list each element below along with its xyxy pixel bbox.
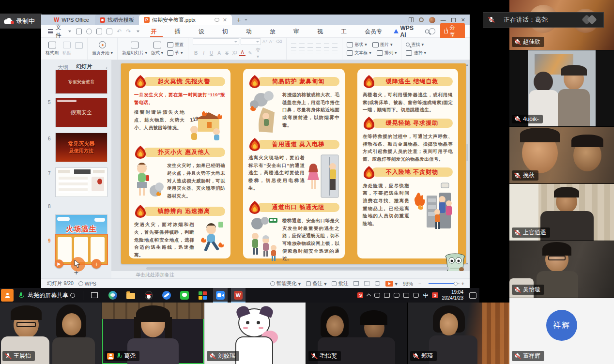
meeting-client-taskbar-icon[interactable] — [213, 288, 228, 303]
scroll-up-icon[interactable]: ▲ — [465, 63, 469, 66]
tray-display-icon[interactable] — [384, 293, 390, 298]
indent-icon[interactable] — [316, 44, 321, 48]
reset-button[interactable]: 重置 — [167, 42, 184, 48]
video-tile[interactable]: 王晨怡 — [0, 303, 102, 364]
redo-icon[interactable]: ↷ — [126, 28, 131, 35]
zoom-out-button[interactable]: − — [418, 281, 421, 287]
slideshow-button[interactable]: ▾ — [385, 281, 397, 287]
qq-taskbar-icon[interactable] — [141, 288, 156, 303]
tray-expand-icon[interactable] — [367, 294, 371, 299]
wechat-taskbar-icon[interactable] — [177, 288, 192, 303]
tab-docer-templates[interactable]: 找稻壳模板 — [95, 15, 139, 25]
layout-grid-icon[interactable] — [409, 17, 414, 22]
vertical-scrollbar[interactable]: ▲ ▼ — [465, 63, 469, 265]
distribute-icon[interactable] — [324, 50, 329, 54]
zoom-level[interactable]: 93% — [403, 281, 413, 287]
file-explorer-taskbar-icon[interactable] — [123, 288, 138, 303]
meeting-app-taskbar-icon[interactable] — [1, 289, 14, 302]
color-grid-taskbar-icon[interactable] — [195, 288, 210, 303]
arrange-button[interactable]: 排列 — [384, 50, 393, 56]
tray-badge[interactable]: S — [432, 292, 438, 298]
search-icon[interactable] — [425, 30, 429, 33]
play-from-slide-button[interactable]: ▶ — [55, 259, 63, 268]
font-size-select[interactable] — [241, 38, 261, 45]
video-tile[interactable]: 祥辉 董祥辉 — [509, 298, 614, 364]
video-tile[interactable]: 挽秋 — [509, 127, 614, 183]
find-button[interactable]: 查找 — [411, 42, 420, 48]
horizontal-scrollbar[interactable] — [146, 267, 449, 270]
tray-badge[interactable]: S — [357, 292, 363, 298]
video-tile[interactable]: 4uoik- — [509, 50, 614, 126]
video-tile[interactable]: 吴怡璇 — [509, 241, 614, 298]
copy-button[interactable] — [75, 42, 83, 55]
collapse-panel-icon[interactable]: ‹ — [106, 65, 107, 71]
video-tile[interactable]: 毛怡斐 — [306, 303, 407, 364]
beautify-button[interactable]: 智能美化 ▾ — [270, 280, 301, 287]
align-right-icon[interactable] — [307, 50, 313, 54]
print-icon[interactable] — [96, 29, 102, 34]
video-tile-speaking[interactable]: 葛尧 — [102, 303, 204, 364]
text-direction-icon[interactable] — [324, 44, 329, 48]
ime-indicator[interactable]: 中 — [423, 292, 428, 299]
scroll-down-icon[interactable]: ▼ — [465, 262, 469, 265]
new-slide-button[interactable]: 新建幻灯片 ▾ — [122, 42, 147, 56]
account-avatar[interactable] — [429, 17, 435, 23]
tab-view[interactable]: 视图 — [311, 25, 335, 38]
current-slide[interactable]: 起火莫慌 先报火警 一旦发生火灾，要在第一时间拨打“119”报警电话。 报警时请… — [121, 63, 466, 264]
section-button[interactable]: 节 ▾ — [167, 50, 184, 56]
line-spacing-icon[interactable] — [332, 44, 338, 48]
tab-review[interactable]: 审阅 — [287, 25, 311, 38]
wps-ai-button[interactable]: WPS AI — [400, 25, 420, 38]
char-spacing-button[interactable]: A — [216, 50, 222, 56]
preview-icon[interactable] — [107, 29, 112, 34]
recording-indicator[interactable]: 录制中 — [0, 14, 42, 29]
settings-gear-icon[interactable] — [419, 17, 424, 22]
tab-member[interactable]: 会员专享 — [358, 25, 393, 38]
sorter-view-icon[interactable] — [364, 281, 369, 286]
bold-button[interactable]: B — [193, 50, 199, 56]
shapes-button[interactable]: 形状 — [354, 42, 363, 48]
align-left-icon[interactable] — [291, 50, 296, 54]
tab-transition[interactable]: 切换 — [216, 25, 240, 38]
minimize-button[interactable]: — — [441, 17, 446, 23]
file-menu[interactable]: 文件 — [56, 23, 67, 40]
underline-button[interactable]: U — [208, 50, 215, 56]
zoom-in-button[interactable]: + — [461, 281, 464, 287]
thumbnail-slide-4[interactable]: 寒假安全教育 — [56, 70, 107, 93]
bullet-list-icon[interactable] — [291, 44, 296, 48]
close-window-button[interactable]: ✕ — [461, 17, 465, 23]
paste-button[interactable]: 粘贴 — [62, 42, 71, 56]
notes-placeholder[interactable]: 单击此处添加备注 — [111, 271, 470, 278]
tab-insert[interactable]: 插入 — [169, 25, 192, 38]
textbox-button[interactable]: 文本框 — [354, 50, 368, 56]
tab-tools[interactable]: 工具 — [335, 25, 358, 38]
save-icon[interactable] — [76, 29, 82, 34]
edge-taskbar-icon[interactable] — [106, 288, 120, 303]
tab-slideshow[interactable]: 放映 — [263, 25, 287, 38]
restore-button[interactable] — [451, 18, 456, 22]
close-tab-icon[interactable]: ✕ — [223, 17, 227, 23]
zoom-slider[interactable] — [429, 283, 460, 284]
wps-taskbar-icon[interactable]: W — [231, 288, 246, 303]
number-list-icon[interactable] — [299, 44, 305, 48]
decrease-font-button[interactable]: A⁻ — [269, 39, 275, 44]
comments-button[interactable]: 批注 — [332, 280, 348, 287]
undo-icon[interactable]: ↶ — [117, 28, 122, 35]
increase-font-button[interactable]: A⁺ — [262, 39, 268, 44]
text-effect-button[interactable]: 变▾ — [255, 47, 261, 59]
italic-button[interactable]: I — [200, 50, 207, 56]
normal-view-icon[interactable] — [353, 281, 359, 286]
tab-document[interactable]: P 假期安全教育.pptx ✕ — [139, 15, 232, 25]
strike-button[interactable]: S — [224, 50, 230, 56]
taskbar-clock[interactable]: 19:04 2024/1/23 — [442, 289, 464, 302]
task-view-button[interactable] — [91, 292, 98, 298]
video-tile[interactable]: 刘姣瑶 — [204, 303, 306, 364]
tray-mic-icon[interactable] — [374, 293, 380, 298]
select-button[interactable]: 选择 — [414, 50, 422, 56]
columns-icon[interactable] — [332, 50, 338, 54]
outdent-icon[interactable] — [307, 44, 313, 48]
comment-bubble-icon[interactable] — [215, 18, 219, 22]
highlight-button[interactable]: ✎ — [247, 50, 253, 56]
tray-volume-icon[interactable] — [403, 293, 409, 298]
start-from-page-button[interactable]: 当页开始 ▾ — [92, 41, 113, 56]
